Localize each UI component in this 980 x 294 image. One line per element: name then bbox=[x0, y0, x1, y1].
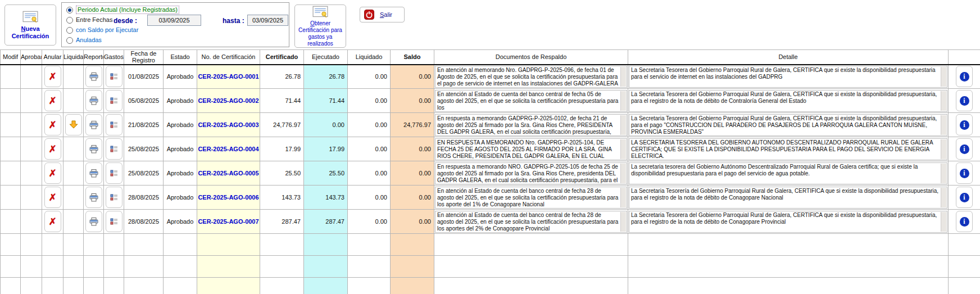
expense-list-icon bbox=[110, 193, 118, 201]
anular-button[interactable]: ✗ bbox=[44, 138, 61, 160]
documentos-text: En respuesta a memorando NRO. GADPRG-P-2… bbox=[437, 164, 619, 183]
gastos-button[interactable] bbox=[106, 187, 122, 208]
radio-periodo-actual[interactable]: Periodo Actual (Incluye Registradas) bbox=[66, 6, 179, 14]
reporte-button[interactable] bbox=[85, 211, 102, 232]
cell-certificado: 25.50 bbox=[260, 161, 304, 186]
scrollbar[interactable] bbox=[941, 115, 946, 135]
scrollbar[interactable] bbox=[620, 212, 626, 232]
cell-certificado: 24,776.97 bbox=[260, 113, 304, 137]
radio-con-saldo-label: con Saldo por Ejecutar bbox=[76, 26, 138, 34]
scrollbar[interactable] bbox=[620, 164, 626, 183]
info-button[interactable]: i bbox=[956, 90, 973, 111]
gastos-button[interactable] bbox=[106, 114, 122, 135]
scrollbar[interactable] bbox=[941, 164, 946, 183]
header-row: Modif Aprobar Anular Liquidar Reporte Ga… bbox=[1, 50, 980, 65]
reporte-button[interactable] bbox=[85, 66, 102, 87]
col-header-info bbox=[949, 50, 980, 65]
cell-liquidado: 0.00 bbox=[348, 186, 391, 210]
reporte-button[interactable] bbox=[85, 90, 102, 111]
anular-button[interactable]: ✗ bbox=[44, 162, 61, 184]
reporte-button[interactable] bbox=[85, 162, 102, 184]
printer-icon bbox=[89, 73, 98, 81]
obtener-certificacion-button[interactable]: Obtener Certificación para gastos ya rea… bbox=[294, 4, 346, 48]
cert-number-link[interactable]: CER-2025-AGO-0006 bbox=[197, 186, 260, 210]
anular-button[interactable]: ✗ bbox=[44, 187, 61, 208]
cancel-x-icon: ✗ bbox=[48, 144, 56, 154]
info-button[interactable]: i bbox=[956, 187, 973, 208]
info-button[interactable]: i bbox=[956, 114, 973, 135]
scrollbar[interactable] bbox=[620, 188, 626, 207]
anular-button[interactable]: ✗ bbox=[44, 211, 61, 232]
detalle-text: La Secretaria Tesorera del Gobierno Parr… bbox=[631, 115, 939, 135]
cell-saldo: 0.00 bbox=[391, 186, 434, 210]
desde-input[interactable] bbox=[147, 15, 201, 26]
info-button[interactable]: i bbox=[956, 138, 973, 160]
cert-number-link[interactable]: CER-2025-AGO-0007 bbox=[197, 210, 260, 234]
gastos-button[interactable] bbox=[106, 162, 122, 184]
documentos-textbox: En atención al memorando Nro. GADPRG-P-2… bbox=[435, 66, 627, 88]
cert-number-link[interactable]: CER-2025-AGO-0002 bbox=[197, 89, 260, 113]
col-header-estado: Estado bbox=[164, 50, 197, 65]
table-row: ✗ 25/08/2025 Aprobado CER-2025-AGO-0005 … bbox=[1, 161, 980, 186]
scrollbar[interactable] bbox=[941, 139, 946, 159]
reporte-button[interactable] bbox=[85, 114, 102, 135]
scrollbar[interactable] bbox=[941, 188, 946, 207]
detalle-text: LA SECRETARIA TESORERA DEL GOBIERNO AUTO… bbox=[631, 139, 939, 159]
liquidar-button[interactable] bbox=[65, 114, 82, 135]
salir-button[interactable]: Salir bbox=[360, 7, 405, 22]
cell-saldo: 24,776.97 bbox=[391, 113, 434, 137]
scrollbar[interactable] bbox=[620, 139, 626, 159]
reporte-button[interactable] bbox=[85, 187, 102, 208]
table-row: ✗ 28/08/2025 Aprobado CER-2025-AGO-0007 … bbox=[1, 210, 980, 234]
anular-button[interactable]: ✗ bbox=[44, 66, 61, 87]
anular-button[interactable]: ✗ bbox=[44, 90, 61, 111]
radio-con-saldo[interactable]: con Saldo por Ejecutar bbox=[66, 26, 138, 34]
anular-button[interactable]: ✗ bbox=[44, 114, 61, 135]
gastos-button[interactable] bbox=[106, 66, 122, 87]
cell-fecha: 25/08/2025 bbox=[124, 161, 164, 186]
reporte-button[interactable] bbox=[85, 138, 102, 160]
cancel-x-icon: ✗ bbox=[48, 72, 56, 82]
cert-number-link[interactable]: CER-2025-AGO-0003 bbox=[197, 113, 260, 137]
cell-certificado: 17.99 bbox=[260, 137, 304, 161]
cell-estado: Aprobado bbox=[164, 186, 197, 210]
cell-liquidado: 0.00 bbox=[348, 113, 391, 137]
cell-saldo: 0.00 bbox=[391, 210, 434, 234]
cert-number-link[interactable]: CER-2025-AGO-0004 bbox=[197, 137, 260, 161]
col-header-documentos: Documentos de Respaldo bbox=[434, 50, 628, 65]
scrollbar[interactable] bbox=[620, 115, 626, 135]
gastos-button[interactable] bbox=[106, 138, 122, 160]
info-icon: i bbox=[960, 72, 969, 82]
cancel-x-icon: ✗ bbox=[48, 217, 56, 227]
scrollbar[interactable] bbox=[620, 67, 626, 87]
documentos-text: En atención al memorando Nro. GADPRG-P-2… bbox=[437, 67, 619, 87]
info-button[interactable]: i bbox=[956, 66, 973, 87]
scrollbar[interactable] bbox=[941, 212, 946, 232]
cert-number-link[interactable]: CER-2025-AGO-0001 bbox=[197, 65, 260, 89]
detalle-textbox: La Secretaria Tesorera del Gobierno Parr… bbox=[629, 90, 947, 112]
col-header-ejecutado: Ejecutado bbox=[304, 50, 348, 65]
cell-fecha: 21/08/2025 bbox=[124, 113, 164, 137]
radio-anuladas[interactable]: Anuladas bbox=[66, 36, 102, 44]
documentos-text: En atención al Estado de cuenta del banc… bbox=[437, 91, 619, 111]
cert-number-link[interactable]: CER-2025-AGO-0005 bbox=[197, 161, 260, 186]
gastos-button[interactable] bbox=[106, 90, 122, 111]
gastos-button[interactable] bbox=[106, 211, 122, 232]
info-icon: i bbox=[960, 120, 969, 130]
radio-entre-fechas[interactable]: Entre Fechas bbox=[66, 16, 112, 24]
cell-certificado: 26.78 bbox=[260, 65, 304, 89]
documentos-text: En atención al Estado de cuenta del banc… bbox=[437, 188, 619, 207]
hasta-input[interactable] bbox=[247, 15, 288, 26]
down-arrow-icon bbox=[69, 120, 78, 129]
info-button[interactable]: i bbox=[956, 162, 973, 184]
cell-ejecutado: 71.44 bbox=[304, 89, 348, 113]
detalle-text: La Secretaria Tesorera del Gobierno Parr… bbox=[631, 67, 939, 87]
scrollbar[interactable] bbox=[620, 91, 626, 111]
col-header-gastos: Gastos bbox=[104, 50, 124, 65]
info-button[interactable]: i bbox=[956, 211, 973, 232]
nueva-certificacion-button[interactable]: Nueva Certificación bbox=[4, 4, 56, 46]
scrollbar[interactable] bbox=[941, 91, 946, 111]
col-header-aprobar: Aprobar bbox=[21, 50, 42, 65]
scrollbar[interactable] bbox=[941, 67, 946, 87]
radio-selected-icon bbox=[66, 7, 73, 13]
